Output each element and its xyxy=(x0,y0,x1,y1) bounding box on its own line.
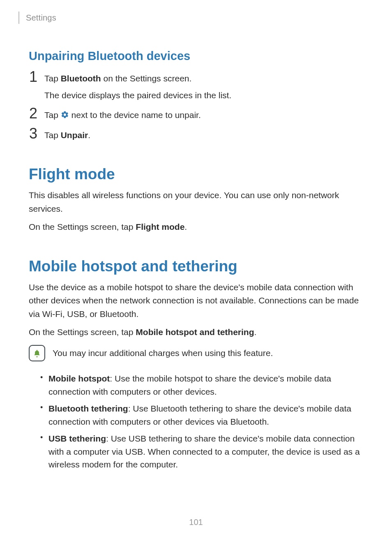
steps-list: 1 Tap Bluetooth on the Settings screen. … xyxy=(29,72,363,142)
step-1: 1 Tap Bluetooth on the Settings screen. … xyxy=(29,72,363,102)
step-text-post: . xyxy=(88,130,90,140)
step-text-pre: Tap xyxy=(44,110,61,120)
feature-mobile-hotspot: Mobile hotspot: Use the mobile hotspot t… xyxy=(40,372,363,398)
flight-p2-pre: On the Settings screen, tap xyxy=(29,222,136,231)
flight-p2-bold: Flight mode xyxy=(136,222,184,231)
step-number: 3 xyxy=(29,126,38,141)
step-text-bold: Bluetooth xyxy=(61,74,101,83)
section-hotspot: Mobile hotspot and tethering Use the dev… xyxy=(29,258,363,471)
flight-p2: On the Settings screen, tap Flight mode. xyxy=(29,220,363,234)
flight-p2-post: . xyxy=(184,222,187,231)
step-text-post: next to the device name to unpair. xyxy=(69,110,201,120)
hotspot-p2-pre: On the Settings screen, tap xyxy=(29,327,136,337)
step-text-pre: Tap xyxy=(44,130,61,140)
heading-unpairing: Unpairing Bluetooth devices xyxy=(29,49,363,63)
feature-list: Mobile hotspot: Use the mobile hotspot t… xyxy=(29,372,363,471)
hotspot-p1: Use the device as a mobile hotspot to sh… xyxy=(29,281,363,321)
section-flight-mode: Flight mode This disables all wireless f… xyxy=(29,166,363,234)
hotspot-p2-post: . xyxy=(254,327,256,337)
step-number: 2 xyxy=(29,106,38,121)
heading-hotspot: Mobile hotspot and tethering xyxy=(29,258,363,275)
note-text: You may incur additional charges when us… xyxy=(53,348,273,358)
step-3: 3 Tap Unpair. xyxy=(29,129,363,142)
gear-icon xyxy=(61,111,69,119)
page-number: 101 xyxy=(0,518,392,527)
feature-bold: USB tethering xyxy=(48,434,106,443)
breadcrumb-divider xyxy=(18,12,19,24)
step-body: Tap Unpair. xyxy=(44,129,90,142)
note-callout: You may incur additional charges when us… xyxy=(29,345,363,361)
feature-bold: Bluetooth tethering xyxy=(48,404,128,413)
step-body: Tap Bluetooth on the Settings screen. Th… xyxy=(44,72,231,102)
feature-bluetooth-tethering: Bluetooth tethering: Use Bluetooth tethe… xyxy=(40,402,363,428)
section-unpairing: Unpairing Bluetooth devices 1 Tap Blueto… xyxy=(29,49,363,142)
hotspot-p2-bold: Mobile hotspot and tethering xyxy=(136,327,254,337)
step-text-bold: Unpair xyxy=(61,130,88,140)
flight-p1: This disables all wireless functions on … xyxy=(29,189,363,215)
step-number: 1 xyxy=(29,69,38,84)
step-body: Tap next to the device name to unpair. xyxy=(44,109,201,122)
step-subtext: The device displays the paired devices i… xyxy=(44,89,231,102)
breadcrumb-label: Settings xyxy=(26,13,56,23)
heading-flight-mode: Flight mode xyxy=(29,166,363,183)
step-text-post: on the Settings screen. xyxy=(101,74,192,83)
breadcrumb: Settings xyxy=(18,12,363,24)
hotspot-p2: On the Settings screen, tap Mobile hotsp… xyxy=(29,326,363,339)
feature-bold: Mobile hotspot xyxy=(48,374,110,383)
document-page: Settings Unpairing Bluetooth devices 1 T… xyxy=(0,0,392,555)
step-text-pre: Tap xyxy=(44,74,61,83)
note-badge xyxy=(29,345,45,361)
step-2: 2 Tap next to the device name to unpair. xyxy=(29,109,363,122)
feature-usb-tethering: USB tethering: Use USB tethering to shar… xyxy=(40,432,363,471)
bell-icon xyxy=(32,348,42,358)
